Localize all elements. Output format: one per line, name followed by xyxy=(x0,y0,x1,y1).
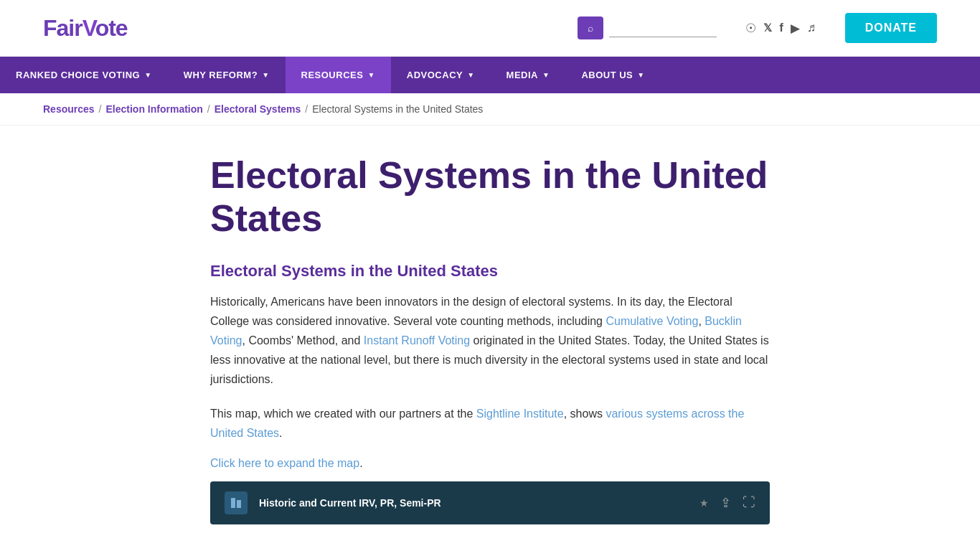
map-embed: Historic and Current IRV, PR, Semi-PR ★ … xyxy=(210,481,770,524)
nav-media-arrow: ▼ xyxy=(542,71,550,79)
breadcrumb-sep-2: / xyxy=(207,103,210,115)
click-expand-paragraph: Click here to expand the map. xyxy=(210,457,770,470)
nav-media[interactable]: MEDIA ▼ xyxy=(491,57,566,93)
breadcrumb-sep-3: / xyxy=(305,103,308,115)
map-embed-title: Historic and Current IRV, PR, Semi-PR xyxy=(259,497,688,509)
link-cumulative-voting[interactable]: Cumulative Voting xyxy=(606,315,698,327)
main-nav: RANKED CHOICE VOTING ▼ WHY REFORM? ▼ RES… xyxy=(0,57,980,93)
search-area: ⌕ xyxy=(578,17,717,39)
map-expand-icon[interactable]: ⛶ xyxy=(743,495,755,510)
paragraph-1-mid1: , xyxy=(698,315,705,327)
youtube-icon[interactable]: ▶ xyxy=(791,21,800,36)
soundcloud-icon[interactable]: ♬ xyxy=(807,21,816,35)
nav-why-reform-arrow: ▼ xyxy=(262,71,269,79)
header: FairVote ⌕ ☉ 𝕏 f ▶ ♬ DONATE xyxy=(0,0,980,57)
search-icon: ⌕ xyxy=(588,22,593,34)
logo[interactable]: FairVote xyxy=(43,15,128,42)
map-embed-star: ★ xyxy=(699,497,709,509)
link-instant-runoff-voting[interactable]: Instant Runoff Voting xyxy=(364,334,470,347)
page-title: Electoral Systems in the United States xyxy=(210,154,770,240)
paragraph-2-after: . xyxy=(279,427,282,439)
nav-why-reform[interactable]: WHY REFORM? ▼ xyxy=(168,57,286,93)
paragraph-2-before: This map, which we created with our part… xyxy=(210,408,476,420)
link-sightline-institute[interactable]: Sightline Institute xyxy=(476,408,564,420)
paragraph-1: Historically, Americans have been innova… xyxy=(210,292,770,390)
rss-icon[interactable]: ☉ xyxy=(745,21,756,36)
breadcrumb-election-information[interactable]: Election Information xyxy=(105,103,202,115)
click-expand-period: . xyxy=(359,457,362,469)
nav-resources-label: RESOURCES xyxy=(301,70,364,80)
nav-ranked-choice-voting[interactable]: RANKED CHOICE VOTING ▼ xyxy=(0,57,168,93)
breadcrumb-electoral-systems[interactable]: Electoral Systems xyxy=(215,103,301,115)
nav-advocacy[interactable]: ADVOCACY ▼ xyxy=(391,57,491,93)
nav-resources-arrow: ▼ xyxy=(367,71,374,79)
breadcrumb-current: Electoral Systems in the United States xyxy=(312,103,483,115)
nav-media-label: MEDIA xyxy=(507,70,538,80)
twitter-icon[interactable]: 𝕏 xyxy=(763,22,772,34)
nav-about-us-label: ABOUT US xyxy=(581,70,633,80)
paragraph-2: This map, which we created with our part… xyxy=(210,404,770,443)
map-embed-actions: ⇪ ⛶ xyxy=(720,495,755,511)
search-input[interactable] xyxy=(609,19,717,37)
paragraph-1-mid2: , Coombs' Method, and xyxy=(242,334,363,347)
section-subtitle: Electoral Systems in the United States xyxy=(210,262,770,281)
map-share-icon[interactable]: ⇪ xyxy=(720,495,731,511)
donate-button[interactable]: DONATE xyxy=(845,13,937,43)
paragraph-2-mid: , shows xyxy=(564,408,606,420)
svg-rect-0 xyxy=(231,498,235,508)
nav-advocacy-arrow: ▼ xyxy=(467,71,474,79)
logo-text: FairVote xyxy=(43,15,128,41)
nav-about-us[interactable]: ABOUT US ▼ xyxy=(565,57,660,93)
map-embed-icon xyxy=(225,491,248,514)
social-icons: ☉ 𝕏 f ▶ ♬ xyxy=(745,21,816,36)
nav-advocacy-label: ADVOCACY xyxy=(407,70,463,80)
nav-ranked-choice-voting-label: RANKED CHOICE VOTING xyxy=(16,70,140,80)
breadcrumb: Resources / Election Information / Elect… xyxy=(0,93,980,126)
svg-rect-1 xyxy=(237,500,241,508)
nav-ranked-choice-voting-arrow: ▼ xyxy=(144,71,151,79)
nav-about-us-arrow: ▼ xyxy=(637,71,644,79)
nav-why-reform-label: WHY REFORM? xyxy=(184,70,258,80)
click-expand-link[interactable]: Click here to expand the map xyxy=(210,457,359,469)
facebook-icon[interactable]: f xyxy=(779,21,783,35)
breadcrumb-resources[interactable]: Resources xyxy=(43,103,95,115)
search-button[interactable]: ⌕ xyxy=(578,17,603,39)
main-content: Electoral Systems in the United States E… xyxy=(167,126,813,551)
nav-resources[interactable]: RESOURCES ▼ xyxy=(286,57,391,93)
breadcrumb-sep-1: / xyxy=(99,103,102,115)
